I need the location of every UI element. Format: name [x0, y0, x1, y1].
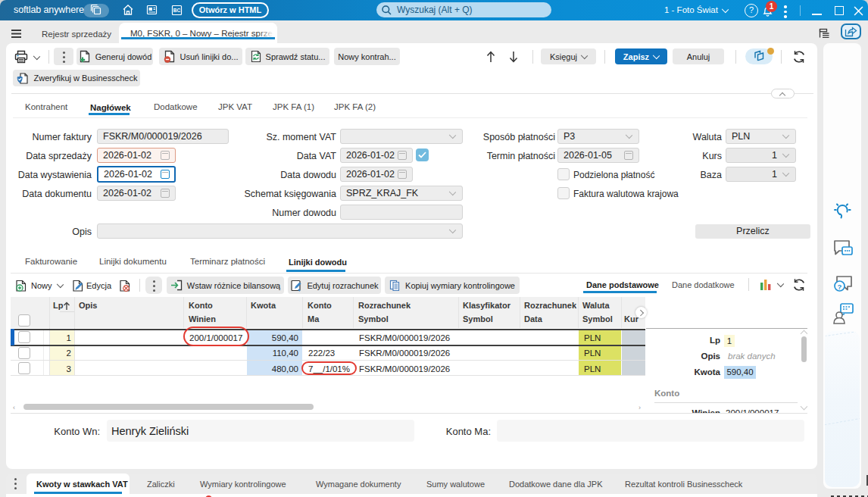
svg-text:BC: BC: [173, 8, 181, 13]
svg-text:?: ?: [838, 283, 842, 291]
